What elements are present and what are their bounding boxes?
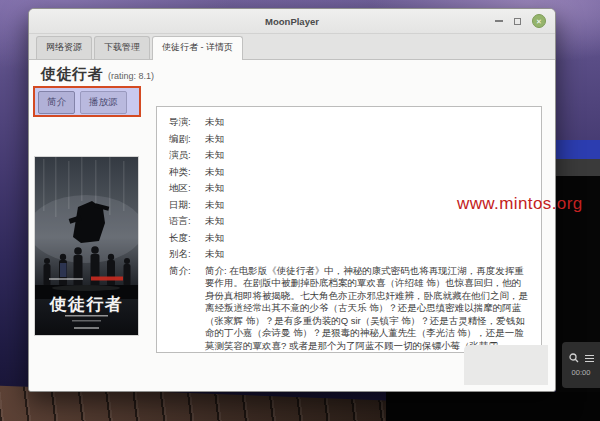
minimize-button[interactable] (495, 20, 503, 22)
titlebar-buttons: ✕ (495, 9, 546, 33)
field-genre: 种类: 未知 (169, 166, 529, 178)
subtab-intro[interactable]: 简介 (38, 91, 75, 114)
rating-label: (rating: 8.1) (108, 71, 154, 81)
minimize-icon (495, 20, 503, 22)
tab-download-manager[interactable]: 下载管理 (94, 36, 150, 59)
window-title: MoonPlayer (29, 9, 555, 33)
movie-poster-art: 使徒行者 (35, 157, 138, 335)
synopsis-text: 简介: 在电影版《使徒行者》中，神秘的康式密码也将再现江湖，再度发挥重要作用。在… (205, 265, 529, 354)
synopsis-label: 简介: (169, 265, 205, 354)
screen: 00:00 MoonPlayer ✕ 网络资源 下载管理 使徒行者 - 详情页 (0, 0, 600, 421)
field-language: 语言: 未知 (169, 215, 529, 227)
field-screenwriter: 编剧: 未知 (169, 133, 529, 145)
subtab-play-sources[interactable]: 播放源 (80, 91, 127, 114)
field-director: 导演: 未知 (169, 116, 529, 128)
tab-detail-page[interactable]: 使徒行者 - 详情页 (152, 36, 243, 60)
poster-title-text: 使徒行者 (49, 295, 124, 314)
field-actors: 演员: 未知 (169, 149, 529, 161)
field-length: 长度: 未知 (169, 232, 529, 244)
main-tab-bar: 网络资源 下载管理 使徒行者 - 详情页 (29, 34, 555, 60)
detail-info-panel[interactable]: 导演: 未知 编剧: 未知 演员: 未知 种类: 未知 地区: 未知 (156, 106, 542, 353)
background-player-toolbar (556, 159, 600, 176)
menu-icon[interactable] (585, 355, 594, 362)
player-time: 00:00 (572, 368, 591, 377)
detail-heading: 使徒行者 (rating: 8.1) (41, 65, 154, 84)
close-button[interactable]: ✕ (532, 14, 546, 28)
search-icon[interactable] (569, 353, 579, 363)
field-region: 地区: 未知 (169, 182, 529, 194)
watermark-text: www.mintos.org (457, 194, 583, 214)
field-alias: 别名: 未知 (169, 248, 529, 260)
movie-poster: 使徒行者 (35, 157, 138, 335)
page-title: 使徒行者 (41, 65, 103, 84)
background-player-bottom-strip (386, 392, 600, 421)
titlebar[interactable]: MoonPlayer ✕ (29, 9, 555, 34)
maximize-button[interactable] (514, 18, 521, 25)
detail-subtabs: 简介 播放源 (38, 91, 127, 114)
background-player-blue-bar (556, 140, 600, 159)
background-player-controls: 00:00 (562, 342, 600, 388)
detail-page: 使徒行者 (rating: 8.1) 简介 播放源 (29, 60, 555, 391)
maximize-icon (514, 18, 521, 25)
field-synopsis: 简介: 简介: 在电影版《使徒行者》中，神秘的康式密码也将再现江湖，再度发挥重要… (169, 265, 529, 354)
close-icon: ✕ (536, 18, 542, 25)
page-corner-panel (464, 345, 548, 385)
tab-network-resources[interactable]: 网络资源 (36, 36, 92, 59)
